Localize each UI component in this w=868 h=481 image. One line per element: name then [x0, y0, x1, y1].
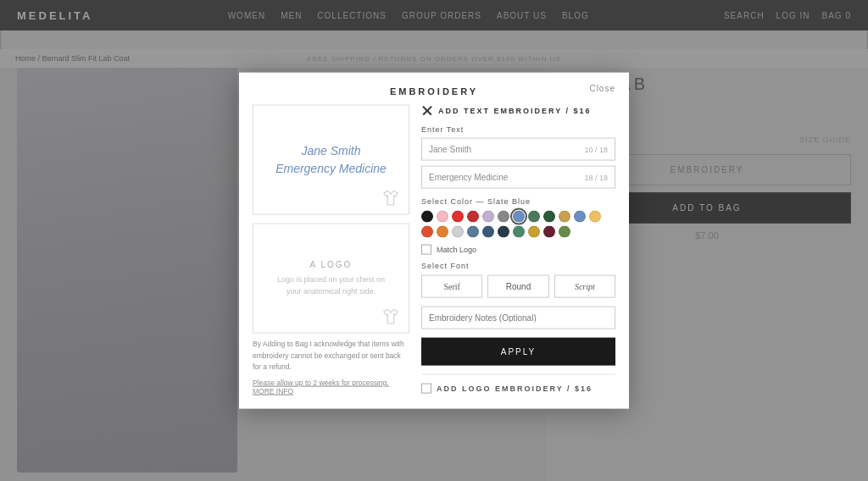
line1-char-count: 10 / 18: [584, 145, 615, 153]
logo-embroidery-row: ADD LOGO EMBROIDERY / $16: [421, 374, 615, 394]
color-swatch-18[interactable]: [513, 226, 525, 238]
color-swatch-0[interactable]: [421, 211, 433, 223]
color-swatch-3[interactable]: [467, 211, 479, 223]
shirt-icon-2: [381, 307, 400, 326]
font-buttons: Serif Round Script: [421, 275, 615, 298]
logo-title: A LOGO: [310, 260, 353, 269]
line2-char-count: 18 / 18: [584, 173, 615, 181]
match-logo-label: Match Logo: [437, 246, 476, 254]
color-swatch-10[interactable]: [574, 211, 586, 223]
section-label: ADD TEXT EMBROIDERY / $16: [438, 107, 592, 115]
color-swatch-16[interactable]: [482, 226, 494, 238]
close-button[interactable]: Close: [589, 84, 615, 93]
color-swatch-15[interactable]: [467, 226, 479, 238]
shirt-icon: [381, 189, 400, 207]
font-serif-button[interactable]: Serif: [421, 275, 482, 298]
color-swatch-12[interactable]: [421, 226, 433, 238]
color-swatch-2[interactable]: [452, 211, 464, 223]
modal-title: EMBROIDERY: [390, 86, 478, 97]
logo-embroidery-checkbox[interactable]: [421, 384, 431, 394]
color-swatch-8[interactable]: [543, 211, 555, 223]
disclaimer-text: By Adding to Bag I acknowledge that item…: [253, 339, 409, 373]
color-swatch-grid: [421, 211, 615, 238]
color-label: Select Color — Slate Blue: [421, 197, 615, 206]
color-swatch-5[interactable]: [498, 211, 509, 223]
line1-input-row: 10 / 18: [421, 138, 615, 161]
apply-button[interactable]: APPLY: [421, 338, 615, 366]
color-swatch-13[interactable]: [437, 226, 448, 238]
logo-embroidery-preview: A LOGO Logo is placed on your chest onyo…: [253, 224, 409, 334]
embroidery-notes-input[interactable]: [421, 307, 615, 329]
color-swatch-17[interactable]: [498, 226, 509, 238]
preview-column: Jane Smith Emergency Medicine A LOGO Log…: [253, 105, 409, 395]
color-swatch-9[interactable]: [559, 211, 570, 223]
embroidery-modal: EMBROIDERY Close Jane Smith Emergency Me…: [239, 73, 629, 409]
match-logo-checkbox[interactable]: [421, 245, 431, 255]
color-swatch-11[interactable]: [589, 211, 601, 223]
logo-embroidery-label: ADD LOGO EMBROIDERY / $16: [437, 384, 593, 393]
line2-input[interactable]: [422, 167, 584, 188]
text-embroidery-preview: Jane Smith Emergency Medicine: [253, 105, 409, 215]
modal-header: EMBROIDERY Close: [239, 73, 629, 105]
font-script-button[interactable]: Script: [554, 275, 615, 298]
processing-text: Please allow up to 2 weeks for processin…: [253, 378, 409, 395]
logo-desc: Logo is placed on your chest onyour anat…: [277, 274, 385, 297]
color-swatch-1[interactable]: [437, 211, 448, 223]
line1-input[interactable]: [422, 139, 584, 160]
line2-input-row: 18 / 18: [421, 166, 615, 189]
color-swatch-19[interactable]: [528, 226, 540, 238]
color-swatch-20[interactable]: [543, 226, 555, 238]
preview-name: Jane Smith Emergency Medicine: [275, 142, 387, 178]
text-embroidery-section-header: ADD TEXT EMBROIDERY / $16: [421, 105, 615, 117]
color-swatch-7[interactable]: [528, 211, 540, 223]
color-swatch-21[interactable]: [559, 226, 570, 238]
modal-body: Jane Smith Emergency Medicine A LOGO Log…: [239, 105, 629, 409]
x-icon: [421, 105, 433, 117]
match-logo-row: Match Logo: [421, 245, 615, 255]
controls-column: ADD TEXT EMBROIDERY / $16 Enter Text 10 …: [421, 105, 615, 395]
color-swatch-4[interactable]: [482, 211, 494, 223]
font-round-button[interactable]: Round: [487, 275, 548, 298]
font-label: Select Font: [421, 262, 615, 270]
color-swatch-6[interactable]: [513, 211, 525, 223]
color-swatch-14[interactable]: [452, 226, 464, 238]
more-info-link[interactable]: MORE INFO: [253, 386, 293, 395]
enter-text-label: Enter Text: [421, 125, 615, 134]
